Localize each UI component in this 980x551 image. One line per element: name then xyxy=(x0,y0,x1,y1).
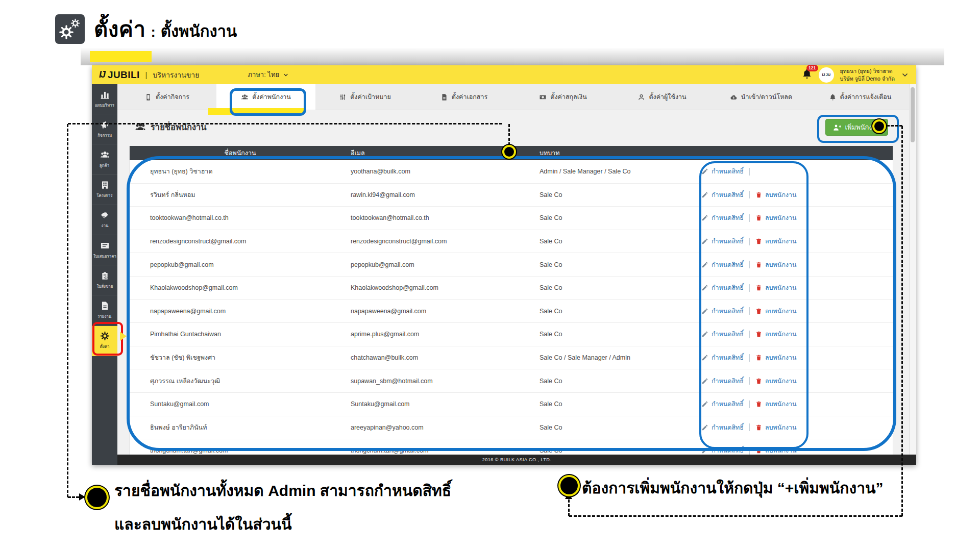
quotation-icon xyxy=(100,241,110,251)
sidebar-item-1[interactable]: กิจกรรม xyxy=(92,114,117,144)
company-icon xyxy=(144,93,152,101)
tab-label: ตั้งค่าผู้ใช้งาน xyxy=(649,92,686,102)
chevron-down-icon xyxy=(283,72,289,78)
window-footer: 2016 © BUILK ASIA CO., LTD. xyxy=(117,455,916,465)
title-yellow-highlight xyxy=(90,51,152,62)
sidebar-item-5[interactable]: ใบเสนอราคา xyxy=(92,235,117,265)
language-label: ภาษา: ไทย xyxy=(248,69,279,80)
user-info[interactable]: ยุทธนา (ยุทธ) วิชาฮาด บริษัท จูบิลี่ Dem… xyxy=(840,67,895,82)
tab-label: ตั้งค่ากิจการ xyxy=(156,92,189,102)
annotation-dashed-line xyxy=(568,499,570,516)
annotation-tab-blue-box xyxy=(230,88,306,116)
window-top-shadow xyxy=(81,48,944,65)
annotation-dashed-line xyxy=(67,124,68,497)
callout-dot-table-header xyxy=(502,145,516,159)
sidebar-item-7[interactable]: รายงาน xyxy=(92,295,117,325)
annotation-dashed-line xyxy=(508,124,510,145)
page-title-separator: : xyxy=(151,24,155,40)
sidebar-item-3[interactable]: โครงการ xyxy=(92,175,117,205)
annotation-dashed-line xyxy=(901,126,903,516)
cloud-icon xyxy=(730,93,738,101)
tab-label: ตั้งค่าเอกสาร xyxy=(452,92,487,102)
jubili-logo-mark-icon: IJ xyxy=(99,69,105,80)
sidebar-item-0[interactable]: แผนบริหาร xyxy=(92,84,117,114)
language-selector[interactable]: ภาษา: ไทย xyxy=(248,69,289,80)
tab-label: ตั้งค่าเป้าหมาย xyxy=(350,92,391,102)
annotation-yellow-arrow xyxy=(120,332,127,341)
customers-icon xyxy=(100,150,110,160)
copyright-text: 2016 © BUILK ASIA CO., LTD. xyxy=(482,457,552,462)
target-icon xyxy=(339,93,347,101)
avatar[interactable]: IJ JU xyxy=(819,67,834,83)
sales-order-icon xyxy=(100,271,110,281)
tab-label: ตั้งค่าการแจ้งเตือน xyxy=(840,92,892,102)
scrollbar-thumb[interactable] xyxy=(911,87,915,142)
sidebar-item-label: รายงาน xyxy=(97,313,111,319)
user-name: ยุทธนา (ยุทธ) วิชาฮาด xyxy=(840,67,895,74)
tab-4[interactable]: ตั้งค่าสกุลเงิน xyxy=(513,84,612,110)
annotation-arrowhead xyxy=(79,493,85,500)
page-title-main: ตั้งค่า xyxy=(94,12,145,46)
tab-label: ตั้งค่าสกุลเงิน xyxy=(550,92,586,102)
callout-dot-add-button xyxy=(872,119,886,133)
stage: ตั้งค่า : ตั้งพนักงาน IJ JUBILI | บริหาร… xyxy=(0,0,980,551)
notifications-bell-icon[interactable]: 121 xyxy=(801,68,813,82)
megaphone-icon xyxy=(100,120,110,130)
annotation-actions-blue-box xyxy=(699,161,808,449)
sidebar-item-label: ใบสั่งขาย xyxy=(96,283,113,289)
jubili-logo-text: JUBILI xyxy=(108,69,140,81)
logo-divider: | xyxy=(145,70,148,79)
settings-gears-icon xyxy=(55,14,85,44)
annotation-dashed-line xyxy=(68,496,79,498)
gear-icon xyxy=(70,18,80,28)
tab-6[interactable]: นำเข้า/ดาวน์โหลด xyxy=(712,84,811,110)
chart-icon xyxy=(100,90,110,99)
sidebar-item-2[interactable]: ลูกค้า xyxy=(92,144,117,174)
sidebar-item-label: ใบเสนอราคา xyxy=(93,253,116,259)
annotation-button-blue-box xyxy=(817,115,899,143)
annotation-dashed-line xyxy=(569,515,902,517)
user-icon xyxy=(638,93,645,101)
company-name: บริษัท จูบิลี่ Demo จำกัด xyxy=(840,75,895,82)
app-name: บริหารงานขาย xyxy=(153,69,200,81)
annotation-note1-line1: รายชื่อพนักงานทั้งหมด Admin สามารถกำหนดส… xyxy=(114,479,451,503)
sidebar-item-6[interactable]: ใบสั่งขาย xyxy=(92,265,117,295)
sidebar-item-label: ลูกค้า xyxy=(100,162,109,169)
app-topbar: IJ JUBILI | บริหารงานขาย ภาษา: ไทย 121 I… xyxy=(92,65,916,84)
handshake-icon xyxy=(100,210,110,220)
tab-7[interactable]: ตั้งค่าการแจ้งเตือน xyxy=(811,84,910,110)
sidebar-item-label: กิจกรรม xyxy=(97,132,112,138)
sidebar-item-4[interactable]: งาน xyxy=(92,205,117,235)
building-icon xyxy=(100,180,110,190)
notification-badge: 121 xyxy=(806,65,818,72)
page-title-sub: ตั้งพนักงาน xyxy=(161,18,237,44)
scrollbar[interactable] xyxy=(909,84,916,455)
tab-3[interactable]: ตั้งค่าเอกสาร xyxy=(414,84,513,110)
sidebar-item-label: โครงการ xyxy=(96,192,112,199)
sidebar: แผนบริหารกิจกรรมลูกค้าโครงการงานใบเสนอรา… xyxy=(92,84,117,465)
topbar-right: 121 IJ JU ยุทธนา (ยุทธ) วิชาฮาด บริษัท จ… xyxy=(801,67,909,83)
annotation-note2: ต้องการเพิ่มพนักงานให้กดปุ่ม “+เพิ่มพนัก… xyxy=(582,476,884,500)
annotation-dashed-line xyxy=(68,123,502,124)
chevron-down-icon[interactable] xyxy=(901,71,909,79)
section-heading-label: รายชื่อพนักงาน xyxy=(151,120,207,134)
report-icon xyxy=(100,301,110,311)
callout-dot-note1 xyxy=(85,486,109,509)
annotation-dashed-line xyxy=(887,125,902,127)
sidebar-item-label: แผนบริหาร xyxy=(95,102,114,108)
document-icon xyxy=(440,93,448,101)
bell-icon xyxy=(829,93,837,101)
tab-2[interactable]: ตั้งค่าเป้าหมาย xyxy=(315,84,414,110)
tab-5[interactable]: ตั้งค่าผู้ใช้งาน xyxy=(612,84,712,110)
sidebar-item-label: งาน xyxy=(101,222,108,229)
tab-label: นำเข้า/ดาวน์โหลด xyxy=(741,92,792,102)
page-section-heading: รายชื่อพนักงาน xyxy=(135,120,207,134)
page-head: ตั้งค่า : ตั้งพนักงาน xyxy=(55,12,237,46)
callout-dot-note2 xyxy=(558,475,580,496)
tab-0[interactable]: ตั้งค่ากิจการ xyxy=(117,84,216,110)
annotation-sidebar-red-box xyxy=(92,322,123,356)
annotation-note1-line2: และลบพนักงานได้ในส่วนนี้ xyxy=(114,512,292,536)
page-title: ตั้งค่า : ตั้งพนักงาน xyxy=(94,12,237,46)
currency-icon xyxy=(539,93,547,101)
